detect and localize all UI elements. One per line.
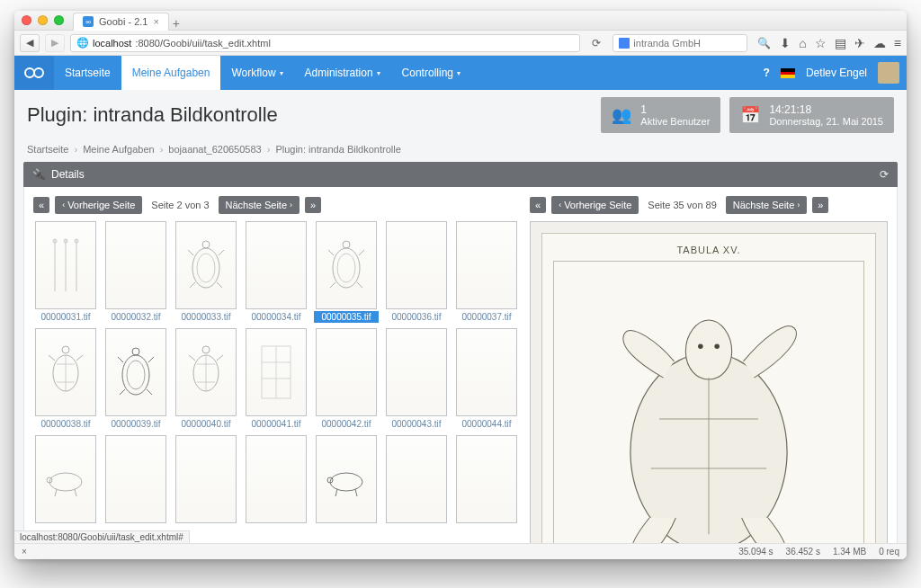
chat-icon[interactable]: ☁ [873,36,886,50]
thumbnail-image [316,435,377,523]
reload-button[interactable]: ⟳ [586,34,607,52]
thumbnail-pager: « ‹Vorherige Seite Seite 2 von 3 Nächste… [33,196,519,214]
requests: 0 req [879,547,899,557]
thumbnail[interactable]: 00000037.tif [454,221,519,323]
brand-logo[interactable] [14,56,54,90]
preview-prev-button[interactable]: ‹Vorherige Seite [551,196,639,214]
status-close-icon[interactable]: × [22,547,27,557]
thumbnail[interactable] [174,435,238,527]
pager-last-button[interactable]: » [305,197,321,213]
close-window-button[interactable] [22,15,31,25]
nav-item-controlling[interactable]: Controlling▾ [391,56,471,90]
thumbnail-filename: 00000033.tif [174,311,238,323]
plate-frame [553,261,864,559]
thumbnail[interactable] [384,435,449,527]
pager-next-button[interactable]: Nächste Seite› [219,196,300,214]
thumbnail-filename [384,525,449,527]
username[interactable]: Detlev Engel [806,67,867,79]
preview-next-button[interactable]: Nächste Seite› [726,196,807,214]
nav-item-workflow[interactable]: Workflow▾ [220,56,293,90]
language-flag-icon[interactable] [781,68,795,78]
preview-page-info: Seite 35 von 89 [644,200,720,210]
forward-button[interactable]: ▶ [45,34,65,52]
thumbnail-filename: 00000041.tif [244,418,308,430]
preview-pager: « ‹Vorherige Seite Seite 35 von 89 Nächs… [530,196,888,214]
breadcrumb-separator: › [160,144,164,155]
thumbnail[interactable]: 00000034.tif [244,221,308,323]
browser-search-field[interactable]: intranda GmbH [613,34,747,52]
thumbnail[interactable]: 00000033.tif [174,221,238,323]
thumbnail-filename [314,525,379,527]
thumbnail[interactable]: 00000040.tif [174,328,238,430]
zoom-window-button[interactable] [54,15,64,25]
browser-tab[interactable]: ∞ Goobi - 2.1 × [73,13,169,31]
refresh-icon[interactable]: ⟳ [880,168,889,181]
clipboard-icon[interactable]: ▤ [835,36,846,50]
thumbnail-filename [33,525,98,527]
details-header: 🔌 Details ⟳ [23,162,898,187]
thumbnail-image [316,328,377,416]
thumbnail[interactable]: 00000043.tif [384,328,449,430]
thumbnail-filename: 00000043.tif [384,418,449,430]
browser-toolbar-icons: ⬇ ⌂ ☆ ▤ ✈ ☁ ≡ [780,36,901,50]
thumbnail[interactable] [454,435,519,527]
pager-prev-button[interactable]: ‹Vorherige Seite [55,196,142,214]
back-button[interactable]: ◀ [20,34,40,52]
google-icon [619,38,630,49]
thumbnail[interactable]: 00000032.tif [103,221,168,323]
tab-close-icon[interactable]: × [153,16,158,27]
breadcrumb-item[interactable]: bojaanat_620650583 [168,144,261,155]
thumbnail[interactable]: 00000036.tif [384,221,449,323]
thumbnail[interactable]: 00000042.tif [314,328,379,430]
thumbnail[interactable]: 00000038.tif [33,328,98,430]
svg-point-29 [34,68,43,77]
thumbnail-grid: 00000031.tif00000032.tif00000033.tif0000… [33,221,519,527]
thumbnail[interactable] [244,435,308,527]
thumbnail-image [246,435,307,523]
star-icon[interactable]: ☆ [815,36,827,50]
send-icon[interactable]: ✈ [854,36,865,50]
thumbnail[interactable]: 00000041.tif [244,328,308,430]
url-bar-row: ◀ ▶ 🌐 localhost:8080/Goobi/uii/task_edit… [14,31,907,56]
pager-first-button[interactable]: « [33,197,49,213]
hover-url: localhost:8080/Goobi/uii/task_edit.xhtml… [14,530,190,543]
active-users-label: Aktive Benutzer [640,116,710,127]
search-go-icon[interactable]: 🔍 [753,34,774,52]
thumbnail-image [105,221,166,309]
preview-image[interactable]: TABULA XV. [530,221,888,559]
breadcrumb-item[interactable]: Meine Aufgaben [83,144,155,155]
preview-first-button[interactable]: « [530,197,546,213]
thumbnail[interactable]: 00000039.tif [103,328,168,430]
thumbnail-filename: 00000034.tif [244,311,308,323]
turtle-illustration [574,271,844,559]
thumbnail[interactable] [33,435,98,527]
preview-last-button[interactable]: » [812,197,828,213]
thumbnail-image [456,328,517,416]
plug-icon: 🔌 [32,168,46,181]
menu-icon[interactable]: ≡ [894,36,901,50]
page-title: Plugin: intranda Bildkontrolle [27,103,592,127]
thumbnail-filename [174,525,238,527]
tab-title: Goobi - 2.1 [99,16,148,27]
thumbnail[interactable]: 00000035.tif [314,221,379,323]
thumbnail[interactable]: 00000031.tif [33,221,98,323]
plate-title: TABULA XV. [676,245,740,255]
thumbnail-filename [244,525,308,527]
help-icon[interactable]: ? [764,67,770,79]
home-icon[interactable]: ⌂ [799,36,806,50]
new-tab-button[interactable]: + [169,16,183,31]
thumbnail[interactable] [314,435,379,527]
thumbnail[interactable]: 00000044.tif [454,328,519,430]
topnav: StartseiteMeine AufgabenWorkflow▾Adminis… [14,56,907,90]
breadcrumb: Startseite›Meine Aufgaben›bojaanat_62065… [14,140,907,162]
breadcrumb-item[interactable]: Startseite [27,144,68,155]
nav-item-administration[interactable]: Administration▾ [294,56,391,90]
download-icon[interactable]: ⬇ [780,36,791,50]
nav-item-meine-aufgaben[interactable]: Meine Aufgaben [121,56,221,90]
url-field[interactable]: 🌐 localhost:8080/Goobi/uii/task_edit.xht… [70,34,580,52]
thumbnail[interactable] [103,435,168,527]
nav-item-startseite[interactable]: Startseite [54,56,121,90]
minimize-window-button[interactable] [38,15,48,25]
avatar[interactable] [878,62,899,84]
thumbnail-image [175,328,237,416]
